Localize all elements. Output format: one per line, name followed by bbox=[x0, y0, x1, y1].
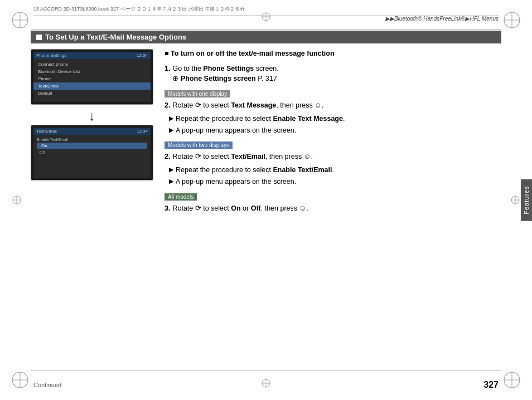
model-band-1: Models with one display bbox=[165, 90, 230, 97]
step-1-bold: Phone Settings bbox=[203, 65, 254, 72]
bullet1-bold: Enable Text Message bbox=[273, 115, 343, 123]
screen2-menu: Enable Text/Email On Off bbox=[33, 135, 151, 157]
breadcrumb-text: ▶▶Bluetooth® HandsFreeLink®▶HFL Menus bbox=[385, 16, 499, 22]
corner-icon-tl bbox=[10, 10, 30, 30]
heading-text: ■ To turn on or off the text/e-mail mess… bbox=[165, 50, 335, 57]
step-3-off: Off bbox=[251, 204, 261, 212]
step-3-content: Rotate ⟳ to select On or Off, then press… bbox=[172, 203, 501, 213]
screen-inner-1: Phone Settings 12:34 Connect phone Bluet… bbox=[33, 52, 151, 102]
page-footer: Continued 327 bbox=[0, 380, 532, 390]
top-rule bbox=[31, 29, 501, 30]
bullet2-arrow: ▶ bbox=[169, 126, 173, 135]
screen-inner-2: Text/Email 12:34 Enable Text/Email On Of… bbox=[33, 128, 151, 178]
step-2m2-bullet2: ▶ A pop-up menu appears on the screen. bbox=[169, 177, 501, 187]
menu-item-default: Default bbox=[33, 90, 151, 97]
screen2-label: Enable Text/Email bbox=[33, 136, 151, 143]
screen2-title: Text/Email bbox=[36, 129, 57, 134]
model-band-3-label: All models bbox=[168, 194, 194, 200]
section-title: To Set Up a Text/E-Mail Message Options bbox=[31, 31, 501, 43]
bullet1-text: Repeat the procedure to select Enable Te… bbox=[176, 114, 345, 124]
screen-mockup-2: Text/Email 12:34 Enable Text/Email On Of… bbox=[31, 125, 153, 181]
corner-mark-tr bbox=[502, 10, 522, 30]
bullet3-arrow: ▶ bbox=[169, 165, 173, 175]
step-3-on: On bbox=[231, 204, 240, 212]
screen1-header: Phone Settings 12:34 bbox=[33, 52, 151, 59]
step-1-num: 1. bbox=[165, 64, 170, 84]
step-2m1-content: Rotate ⟳ to select Text Message, then pr… bbox=[172, 100, 501, 110]
step-2m2-bold: Text/Email bbox=[231, 153, 265, 160]
breadcrumb: ▶▶Bluetooth® HandsFreeLink®▶HFL Menus bbox=[385, 16, 499, 22]
step-2m1-bullet2: ▶ A pop-up menu appears on the screen. bbox=[169, 125, 501, 135]
model-band-2-label: Models with two displays bbox=[168, 142, 229, 148]
screen1-time: 12:34 bbox=[137, 53, 148, 58]
screen2-header: Text/Email 12:34 bbox=[33, 128, 151, 135]
bullet1-arrow: ▶ bbox=[169, 114, 173, 124]
step-1: 1. Go to the Phone Settings screen. ⊕ Ph… bbox=[165, 64, 501, 84]
step-2m1-bullet1: ▶ Repeat the procedure to select Enable … bbox=[169, 114, 501, 124]
step-1-ref-text: Phone Settings screen bbox=[181, 75, 256, 82]
step-3-num: 3. bbox=[165, 203, 170, 213]
bullet4-arrow: ▶ bbox=[169, 177, 173, 187]
model-band-2: Models with two displays bbox=[165, 142, 233, 149]
sidebar-label: Features bbox=[523, 186, 530, 214]
step-2-model2: 2. Rotate ⟳ to select Text/Email, then p… bbox=[165, 152, 501, 162]
step-2m2-bullet1: ▶ Repeat the procedure to select Enable … bbox=[169, 165, 501, 175]
left-column: Phone Settings 12:34 Connect phone Bluet… bbox=[31, 49, 153, 217]
step-1-content: Go to the Phone Settings screen. ⊕ Phone… bbox=[172, 64, 501, 84]
option-on: On bbox=[37, 143, 147, 149]
menu-item-connect: Connect phone bbox=[33, 61, 151, 68]
footer-continued: Continued bbox=[33, 382, 61, 388]
down-arrow: ↓ bbox=[31, 109, 153, 123]
screen2-time: 12:34 bbox=[137, 129, 148, 134]
sidebar-tab: Features bbox=[521, 179, 532, 221]
bullet3-text: Repeat the procedure to select Enable Te… bbox=[176, 165, 334, 175]
reg-right bbox=[510, 194, 521, 206]
instruction-heading: ■ To turn on or off the text/e-mail mess… bbox=[165, 49, 501, 59]
section-square-icon bbox=[36, 35, 42, 40]
section-title-text: To Set Up a Text/E-Mail Message Options bbox=[45, 33, 186, 41]
step-1-ref: ⊕ Phone Settings screen P. 317 bbox=[172, 75, 277, 82]
file-info-bar: 15 ACCORD 2D-31T3L6200.book 327 ページ ２０１４… bbox=[33, 6, 499, 16]
menu-item-bluetooth: Bluetooth Device List bbox=[33, 68, 151, 75]
step-2m1-num: 2. bbox=[165, 100, 170, 110]
corner-mark-tl bbox=[10, 10, 30, 30]
content-columns: Phone Settings 12:34 Connect phone Bluet… bbox=[31, 49, 501, 217]
screen1-menu: Connect phone Bluetooth Device List Phon… bbox=[33, 59, 151, 99]
step-3: 3. Rotate ⟳ to select On or Off, then pr… bbox=[165, 203, 501, 213]
corner-icon-tr bbox=[502, 10, 522, 30]
screen1-title: Phone Settings bbox=[36, 53, 66, 58]
bullet3-bold: Enable Text/Email bbox=[273, 166, 332, 174]
step-2-model1: 2. Rotate ⟳ to select Text Message, then… bbox=[165, 100, 501, 110]
bullet2-text: A pop-up menu appears on the screen. bbox=[176, 125, 296, 135]
option-off: Off bbox=[37, 149, 147, 155]
screen-mockup-1: Phone Settings 12:34 Connect phone Bluet… bbox=[31, 49, 153, 105]
bullet4-text: A pop-up menu appears on the screen. bbox=[176, 177, 296, 187]
reg-left bbox=[11, 194, 22, 206]
step-2m1-bold: Text Message bbox=[231, 101, 276, 109]
step-2m2-content: Rotate ⟳ to select Text/Email, then pres… bbox=[172, 152, 501, 162]
main-content: To Set Up a Text/E-Mail Message Options … bbox=[31, 31, 501, 369]
model-band-3: All models bbox=[165, 193, 197, 201]
file-info-text: 15 ACCORD 2D-31T3L6200.book 327 ページ ２０１４… bbox=[33, 6, 245, 12]
page-number: 327 bbox=[483, 380, 499, 390]
bottom-rule bbox=[31, 370, 501, 371]
step-2m2-num: 2. bbox=[165, 152, 170, 162]
screen2-options: On Off bbox=[33, 143, 151, 155]
menu-item-textemail: Text/Email bbox=[33, 82, 151, 90]
model-band-1-label: Models with one display bbox=[168, 91, 227, 97]
right-column: ■ To turn on or off the text/e-mail mess… bbox=[165, 49, 501, 217]
menu-item-phone: Phone bbox=[33, 75, 151, 82]
screen2-enable-label: Enable Text/Email bbox=[37, 138, 68, 142]
